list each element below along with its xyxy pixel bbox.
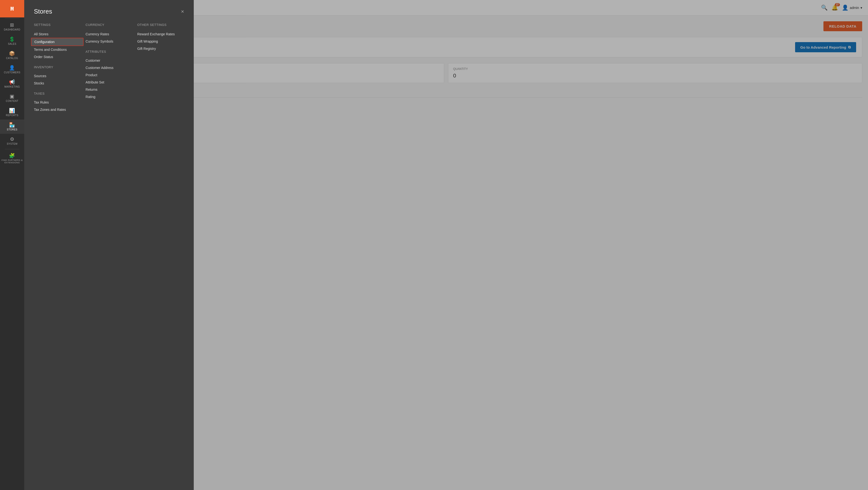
sidebar-item-label-content: CONTENT	[6, 100, 19, 102]
inventory-title: Inventory	[34, 65, 81, 69]
magento-logo-icon	[7, 3, 18, 14]
sidebar-item-label-stores: STORES	[7, 128, 18, 131]
stores-panel-close-button[interactable]: ×	[181, 9, 184, 14]
inventory-subsection: Inventory Sources Stocks	[34, 65, 81, 87]
stores-column-currency: Currency Currency Rates Currency Symbols…	[86, 23, 132, 113]
taxes-title: Taxes	[34, 92, 81, 95]
menu-item-stocks[interactable]: Stocks	[34, 79, 81, 87]
taxes-subsection: Taxes Tax Rules Tax Zones and Rates	[34, 92, 81, 113]
sidebar-item-label-catalog: CATALOG	[6, 57, 18, 60]
stores-column-other: Other Settings Reward Exchange Rates Gif…	[137, 23, 184, 113]
sales-icon: 💲	[9, 37, 15, 42]
sidebar-item-label-marketing: MARKETING	[4, 86, 20, 88]
sidebar-item-label-find: FIND PARTNERS & EXTENSIONS	[1, 159, 23, 164]
menu-item-currency-symbols[interactable]: Currency Symbols	[86, 38, 132, 45]
stores-panel-header: Stores ×	[34, 8, 184, 15]
menu-item-gift-wrapping[interactable]: Gift Wrapping	[137, 38, 184, 45]
sidebar-item-dashboard[interactable]: ⊞ DASHBOARD	[0, 20, 24, 34]
currency-section-title: Currency	[86, 23, 132, 27]
menu-item-order-status[interactable]: Order Status	[34, 53, 81, 61]
sidebar-item-find[interactable]: 🧩 FIND PARTNERS & EXTENSIONS	[0, 150, 24, 167]
sidebar-item-label-customers: CUSTOMERS	[4, 71, 20, 74]
dashboard-icon: ⊞	[10, 23, 14, 27]
sidebar-item-label-reports: REPORTS	[6, 114, 19, 117]
stores-columns: Settings All Stores Configuration Terms …	[34, 23, 184, 113]
attributes-title: Attributes	[86, 50, 132, 54]
customers-icon: 👤	[9, 65, 15, 70]
sidebar-item-sales[interactable]: 💲 SALES	[0, 34, 24, 48]
menu-item-customer-attr[interactable]: Customer	[86, 57, 132, 64]
sidebar-item-stores[interactable]: 🏪 STORES	[0, 120, 24, 134]
marketing-icon: 📢	[9, 79, 15, 85]
menu-item-tax-zones[interactable]: Tax Zones and Rates	[34, 106, 81, 113]
menu-item-configuration[interactable]: Configuration	[31, 38, 84, 46]
sidebar-item-customers[interactable]: 👤 CUSTOMERS	[0, 62, 24, 77]
find-icon: 🧩	[9, 153, 15, 158]
menu-item-reward-exchange[interactable]: Reward Exchange Rates	[137, 31, 184, 38]
sidebar-item-content[interactable]: ▣ CONTENT	[0, 91, 24, 105]
sidebar-item-label-dashboard: DASHBOARD	[4, 28, 20, 31]
menu-item-product-attr[interactable]: Product	[86, 71, 132, 79]
menu-item-gift-registry[interactable]: Gift Registry	[137, 45, 184, 52]
menu-item-rating[interactable]: Rating	[86, 93, 132, 100]
menu-item-all-stores[interactable]: All Stores	[34, 31, 81, 38]
sidebar-item-label-system: SYSTEM	[7, 142, 18, 145]
menu-item-tax-rules[interactable]: Tax Rules	[34, 99, 81, 106]
menu-item-attribute-set[interactable]: Attribute Set	[86, 79, 132, 86]
menu-item-currency-rates[interactable]: Currency Rates	[86, 31, 132, 38]
reports-icon: 📊	[9, 108, 15, 113]
menu-item-sources[interactable]: Sources	[34, 72, 81, 79]
sidebar-item-marketing[interactable]: 📢 MARKETING	[0, 77, 24, 91]
stores-column-settings: Settings All Stores Configuration Terms …	[34, 23, 81, 113]
menu-item-terms[interactable]: Terms and Conditions	[34, 46, 81, 53]
sidebar-item-catalog[interactable]: 📦 CATALOG	[0, 48, 24, 62]
menu-item-returns[interactable]: Returns	[86, 86, 132, 93]
sidebar-item-system[interactable]: ⚙ SYSTEM	[0, 134, 24, 148]
sidebar-item-label-sales: SALES	[8, 42, 17, 45]
attributes-subsection: Attributes Customer Customer Address Pro…	[86, 50, 132, 100]
sidebar-logo[interactable]	[0, 0, 24, 18]
catalog-icon: 📦	[9, 51, 15, 56]
sidebar: ⊞ DASHBOARD 💲 SALES 📦 CATALOG 👤 CUSTOMER…	[0, 0, 24, 490]
content-icon: ▣	[10, 94, 14, 99]
sidebar-item-reports[interactable]: 📊 REPORTS	[0, 105, 24, 120]
menu-item-customer-address[interactable]: Customer Address	[86, 64, 132, 71]
system-icon: ⚙	[10, 137, 14, 141]
other-settings-section-title: Other Settings	[137, 23, 184, 27]
stores-icon: 🏪	[9, 123, 15, 127]
settings-section-title: Settings	[34, 23, 81, 27]
stores-panel-title: Stores	[34, 8, 52, 15]
stores-panel: Stores × Settings All Stores Configurati…	[24, 0, 194, 490]
